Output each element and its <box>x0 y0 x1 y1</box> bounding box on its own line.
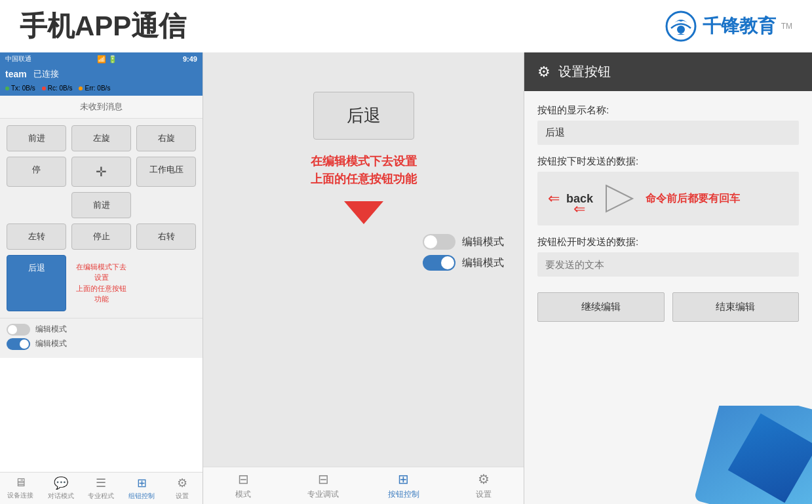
toggle-knob-off <box>8 325 17 334</box>
edit-notice-line1: 在编辑模式下去设置 <box>76 263 126 281</box>
btn-stop-2[interactable]: 停止 <box>71 223 131 250</box>
tab-btn-ctrl-icon: ⊞ <box>398 471 409 487</box>
phone-toggle-area: 编辑模式 编辑模式 <box>0 318 203 358</box>
command-hint: 命令前后都要有回车 <box>646 192 740 206</box>
phone-carrier: 中国联通 <box>5 54 31 64</box>
phone-toggle-on-label: 编辑模式 <box>35 338 67 349</box>
nav-pro[interactable]: ☰ 专业程式 <box>81 476 122 501</box>
middle-toggle-on-label: 编辑模式 <box>462 256 504 270</box>
arrow-left-top: ⇐ <box>548 190 560 207</box>
main-content: 中国联通 📶 🔋 9:49 team 已连接 Tx: 0B/s Rc: 0B/s <box>0 52 812 504</box>
middle-toggle-knob-off <box>424 235 437 248</box>
phone-simulator: 中国联通 📶 🔋 9:49 team 已连接 Tx: 0B/s Rc: 0B/s <box>0 52 203 504</box>
tx-label: Tx: 0B/s <box>11 85 35 92</box>
nav-settings-label: 设置 <box>176 492 189 501</box>
middle-bottom-tabs: ⊟ 模式 ⊟ 专业调试 ⊞ 按钮控制 ⚙ 设置 <box>203 467 524 504</box>
btn-forward-2[interactable]: 前进 <box>71 192 131 218</box>
send-on-press-section: 按钮按下时发送的数据: ⇐ back 命令前后都要有回车 ⇐ <box>537 155 799 225</box>
page-title: 手机APP通信 <box>20 8 186 45</box>
btn-empty-2 <box>136 192 196 218</box>
cursor-icon: ✛ <box>96 164 107 180</box>
nav-settings-icon: ⚙ <box>177 476 187 490</box>
svg-marker-2 <box>606 185 632 212</box>
settings-header: ⚙ 设置按钮 <box>524 52 812 91</box>
logo-area: 千锋教育TM <box>665 10 792 43</box>
nav-dialogue-label: 对话模式 <box>48 492 74 501</box>
middle-toggle-row-1: 编辑模式 <box>423 234 504 250</box>
rx-label: Rc: 0B/s <box>48 85 73 92</box>
display-name-input[interactable] <box>537 121 799 145</box>
tab-pro-debug-icon: ⊟ <box>318 471 329 487</box>
phone-status-bar: 中国联通 📶 🔋 9:49 <box>0 52 203 66</box>
arrow-down-container <box>344 201 383 224</box>
houitui-button[interactable]: 后退 <box>313 92 414 140</box>
middle-toggle-on[interactable] <box>423 255 455 271</box>
phone-bottom-nav: 🖥 设备连接 💬 对话模式 ☰ 专业程式 ⊞ 组钮控制 ⚙ 设置 <box>0 472 203 504</box>
btn-left-rotate[interactable]: 左旋 <box>71 125 131 151</box>
send-on-release-label: 按钮松开时发送的数据: <box>537 236 799 248</box>
svg-point-1 <box>677 26 685 33</box>
send-on-press-label: 按钮按下时发送的数据: <box>537 155 799 168</box>
logo-text: 千锋教育 <box>703 14 776 39</box>
btn-stop[interactable]: 停 <box>7 157 66 187</box>
btn-left-turn[interactable]: 左转 <box>7 223 66 250</box>
btn-back[interactable]: 后退 <box>7 255 66 311</box>
nav-buttons-label: 组钮控制 <box>128 492 155 501</box>
middle-toggle-off[interactable] <box>423 234 455 250</box>
nav-buttons[interactable]: ⊞ 组钮控制 <box>121 476 162 501</box>
logo-tm: TM <box>781 22 792 31</box>
tab-btn-ctrl-label: 按钮控制 <box>388 489 419 500</box>
send-data-box: ⇐ back 命令前后都要有回车 ⇐ <box>537 172 799 225</box>
nav-pro-label: 专业程式 <box>88 492 114 501</box>
continue-edit-button[interactable]: 继续编辑 <box>537 292 665 322</box>
btn-right-rotate[interactable]: 右旋 <box>136 125 196 151</box>
phone-icons: 📶 🔋 <box>97 55 117 64</box>
tab-mode-label: 模式 <box>235 489 251 500</box>
tab-settings[interactable]: ⚙ 设置 <box>444 471 524 500</box>
send-on-release-section: 按钮松开时发送的数据: <box>537 236 799 277</box>
phone-time: 9:49 <box>183 55 197 63</box>
send-on-release-input[interactable] <box>537 252 799 277</box>
btn-forward[interactable]: 前进 <box>7 125 66 151</box>
middle-toggle-knob-on <box>441 256 454 269</box>
middle-area: 后退 在编辑模式下去设置 上面的任意按钮功能 编辑模式 编辑模式 <box>203 52 524 504</box>
phone-toggle-on[interactable] <box>7 338 30 350</box>
header: 手机APP通信 千锋教育TM <box>0 0 812 52</box>
phone-toggle-off[interactable] <box>7 324 30 336</box>
nav-device-icon: 🖥 <box>14 476 26 490</box>
arrow-right-shape <box>603 182 636 215</box>
btn-right-turn[interactable]: 右转 <box>136 223 196 250</box>
edit-notice-line2: 上面的任意按钮功能 <box>76 284 126 303</box>
btn-voltage[interactable]: 工作电压 <box>136 157 196 187</box>
conn-team: team <box>5 69 27 79</box>
arrow-down-icon <box>344 201 383 224</box>
tab-pro-debug[interactable]: ⊟ 专业调试 <box>283 471 363 500</box>
nav-settings[interactable]: ⚙ 设置 <box>162 476 203 501</box>
tab-btn-ctrl[interactable]: ⊞ 按钮控制 <box>364 471 444 500</box>
rx-dot <box>42 87 46 90</box>
settings-gear-icon: ⚙ <box>537 64 551 81</box>
edit-instruction: 在编辑模式下去设置 上面的任意按钮功能 <box>311 153 417 188</box>
edit-notice: 在编辑模式下去设置 上面的任意按钮功能 <box>76 263 126 303</box>
nav-dialogue-icon: 💬 <box>54 476 68 490</box>
middle-toggle-row-2: 编辑模式 <box>423 255 504 271</box>
settings-header-title: 设置按钮 <box>558 63 611 81</box>
tab-mode[interactable]: ⊟ 模式 <box>203 471 283 500</box>
nav-dialogue[interactable]: 💬 对话模式 <box>41 476 81 501</box>
err-label: Err: 0B/s <box>85 85 110 92</box>
nav-buttons-icon: ⊞ <box>137 476 147 490</box>
btn-empty-3 <box>136 255 196 311</box>
cursor-area: ✛ <box>71 157 131 187</box>
err-dot <box>79 87 83 90</box>
settings-actions: 继续编辑 结束编辑 <box>537 292 799 322</box>
tx-dot <box>5 87 9 90</box>
tab-settings-icon: ⚙ <box>478 471 490 487</box>
conn-stats: Tx: 0B/s Rc: 0B/s Err: 0B/s <box>5 85 197 92</box>
phone-toggle-row-1: 编辑模式 <box>7 324 196 336</box>
display-name-section: 按钮的显示名称: <box>537 104 799 145</box>
end-edit-button[interactable]: 结束编辑 <box>672 292 800 322</box>
middle-toggle-area: 编辑模式 编辑模式 <box>203 234 524 271</box>
nav-device[interactable]: 🖥 设备连接 <box>0 476 41 501</box>
edit-instruction-line1: 在编辑模式下去设置 <box>311 155 417 168</box>
arrow-left-bottom: ⇐ <box>573 201 585 218</box>
